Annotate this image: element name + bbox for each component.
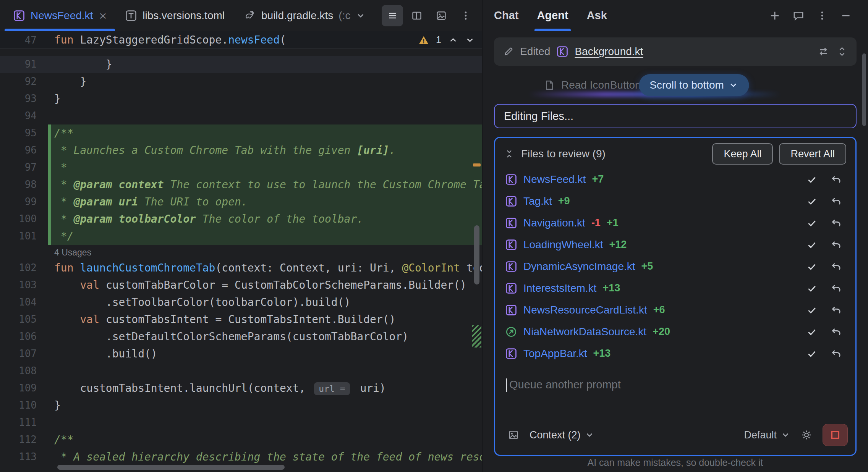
preview-image-icon[interactable] xyxy=(431,5,452,26)
chat-tab-agent[interactable]: Agent xyxy=(537,0,568,31)
file-row[interactable]: InterestsItem.kt+13 xyxy=(497,277,853,299)
file-row[interactable]: NewsResourceCardList.kt+6 xyxy=(497,299,853,321)
file-link[interactable]: NiaNetworkDataSource.kt xyxy=(523,326,646,338)
code-token: @ColorInt xyxy=(402,262,460,274)
file-link[interactable]: DynamicAsyncImage.kt xyxy=(523,260,635,273)
code-text: } xyxy=(37,73,482,90)
comment-icon[interactable] xyxy=(788,5,809,26)
file-row[interactable]: DynamicAsyncImage.kt+5 xyxy=(497,255,853,277)
warning-icon xyxy=(418,35,429,45)
close-tab-icon[interactable]: × xyxy=(99,9,107,22)
diff-icon[interactable] xyxy=(818,46,829,57)
file-link[interactable]: InterestsItem.kt xyxy=(523,282,596,294)
more-vertical-icon[interactable] xyxy=(455,5,476,26)
revert-file-icon[interactable] xyxy=(827,174,845,185)
revert-file-icon[interactable] xyxy=(827,326,845,338)
chat-tab-chat[interactable]: Chat xyxy=(494,0,518,31)
edited-file-link[interactable]: Background.kt xyxy=(575,45,643,58)
line-number: 93 xyxy=(0,90,37,107)
code-token: } xyxy=(54,75,86,88)
chat-toolbar xyxy=(764,0,857,31)
code-line: 105 val customTabsIntent = CustomTabsInt… xyxy=(0,311,482,328)
revert-all-button[interactable]: Revert All xyxy=(779,143,846,165)
tab-label: libs.versions.toml xyxy=(143,10,225,22)
hamburger-icon[interactable] xyxy=(382,5,403,26)
attach-image-icon[interactable] xyxy=(503,424,524,446)
stop-button[interactable] xyxy=(823,424,848,446)
accept-file-icon[interactable] xyxy=(803,239,821,251)
file-link[interactable]: LoadingWheel.kt xyxy=(523,239,603,251)
minimize-icon[interactable] xyxy=(835,5,857,26)
file-rows: NewsFeed.kt+7Tag.kt+9Navigation.kt-1+1Lo… xyxy=(495,168,855,364)
kotlin-file-icon xyxy=(505,348,517,360)
accept-file-icon[interactable] xyxy=(803,217,821,229)
code-token: * Launches a Custom Chrome Tab with the … xyxy=(54,144,357,157)
accept-file-icon[interactable] xyxy=(803,326,821,338)
editor-tab-libs-versions-toml[interactable]: libs.versions.toml xyxy=(116,0,234,31)
editor-vertical-scrollbar[interactable] xyxy=(474,225,479,284)
pencil-icon xyxy=(503,46,514,57)
code-line: 94 xyxy=(0,107,482,124)
editor-horizontal-scrollbar[interactable] xyxy=(57,465,285,470)
line-number: 103 xyxy=(0,276,37,294)
editor-tab-newsfeed-kt[interactable]: NewsFeed.kt× xyxy=(4,0,116,31)
code-token: * xyxy=(54,178,74,191)
keep-all-button[interactable]: Keep All xyxy=(712,143,773,165)
accept-file-icon[interactable] xyxy=(803,348,821,359)
file-row[interactable]: NewsFeed.kt+7 xyxy=(497,168,853,190)
accept-file-icon[interactable] xyxy=(803,261,821,272)
context-selector[interactable]: Context (2) xyxy=(530,429,594,441)
code-token: customTabsIntent.launchUrl(context, xyxy=(54,382,312,394)
code-text: .setDefaultColorSchemeParams(customTabBa… xyxy=(37,328,482,345)
code-token xyxy=(54,279,80,291)
file-link[interactable]: NewsResourceCardList.kt xyxy=(523,304,647,316)
split-editor-icon[interactable] xyxy=(406,5,428,26)
code-text: /** xyxy=(37,431,482,448)
chat-scrollbar[interactable] xyxy=(862,53,866,126)
accept-file-icon[interactable] xyxy=(803,174,821,185)
revert-file-icon[interactable] xyxy=(827,304,845,316)
diff-stat-add: +5 xyxy=(641,260,653,272)
chat-tab-ask[interactable]: Ask xyxy=(587,0,607,31)
expand-icon[interactable] xyxy=(837,46,847,57)
file-row[interactable]: Navigation.kt-1+1 xyxy=(497,212,853,234)
model-label: Default xyxy=(744,429,777,441)
revert-file-icon[interactable] xyxy=(827,348,845,359)
next-issue-icon[interactable] xyxy=(465,35,475,45)
revert-file-icon[interactable] xyxy=(827,217,845,229)
file-row[interactable]: LoadingWheel.kt+12 xyxy=(497,234,853,255)
code-line: 98 * @param context The context to use t… xyxy=(0,176,482,193)
code-line: 107 .build() xyxy=(0,345,482,362)
editor-tab-build-gradle-kts[interactable]: build.gradle.kts(:c xyxy=(234,0,375,31)
prompt-input[interactable]: Queue another prompt xyxy=(495,369,855,421)
collapse-icon[interactable] xyxy=(504,149,514,159)
code-text: 4 Usages xyxy=(37,245,482,259)
revert-file-icon[interactable] xyxy=(827,239,845,251)
editor-code-area[interactable]: 91 }92 }93}9495/**96 * Launches a Custom… xyxy=(0,49,482,472)
diff-stat-add: +1 xyxy=(607,217,619,229)
code-text: } xyxy=(37,56,482,73)
code-token: .build() xyxy=(54,348,157,360)
file-row[interactable]: Tag.kt+9 xyxy=(497,190,853,212)
scroll-to-bottom-button[interactable]: Scroll to bottom xyxy=(639,74,749,96)
file-link[interactable]: Navigation.kt xyxy=(523,217,585,229)
accept-file-icon[interactable] xyxy=(803,283,821,294)
model-selector[interactable]: Default xyxy=(744,429,790,441)
prev-issue-icon[interactable] xyxy=(448,35,458,45)
file-row[interactable]: TopAppBar.kt+13 xyxy=(497,343,853,364)
revert-file-icon[interactable] xyxy=(827,196,845,207)
file-link[interactable]: Tag.kt xyxy=(523,195,552,207)
plus-icon[interactable] xyxy=(764,5,785,26)
more-vertical-icon[interactable] xyxy=(811,5,833,26)
revert-file-icon[interactable] xyxy=(827,261,845,272)
file-link[interactable]: NewsFeed.kt xyxy=(523,173,586,186)
settings-gear-icon[interactable] xyxy=(796,424,817,446)
kotlin-file-icon xyxy=(505,239,517,251)
accept-file-icon[interactable] xyxy=(803,196,821,207)
revert-file-icon[interactable] xyxy=(827,283,845,294)
edited-file-row[interactable]: Edited Background.kt xyxy=(494,37,857,66)
file-link[interactable]: TopAppBar.kt xyxy=(523,348,587,360)
accept-file-icon[interactable] xyxy=(803,304,821,316)
tab-dropdown-icon[interactable] xyxy=(356,11,366,21)
file-row[interactable]: NiaNetworkDataSource.kt+20 xyxy=(497,321,853,343)
